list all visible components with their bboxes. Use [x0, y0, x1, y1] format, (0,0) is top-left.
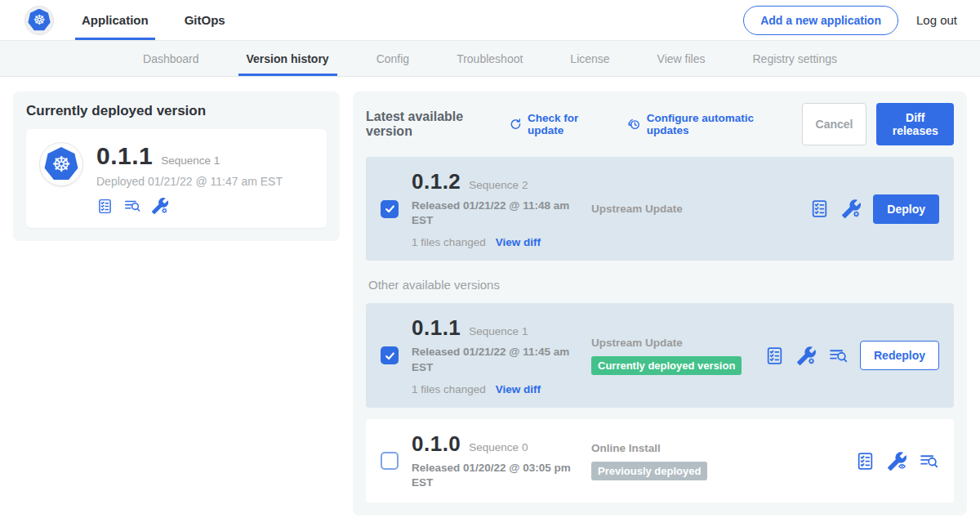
diff-releases-button[interactable]: Diff releases	[876, 103, 954, 145]
release-notes-search-icon[interactable]	[123, 197, 141, 215]
edit-config-wrench-gear-icon[interactable]	[841, 199, 862, 219]
currently-deployed-title: Currently deployed version	[26, 103, 327, 119]
version-checkbox[interactable]	[381, 452, 399, 470]
released-timestamp: Released 01/21/22 @ 11:45 am EST	[412, 345, 571, 374]
subnav-version-history[interactable]: Version history	[238, 41, 337, 76]
edit-config-wrench-gear-icon[interactable]	[796, 346, 817, 366]
files-changed-label: 1 files changed	[412, 383, 486, 395]
view-diff-link[interactable]: View diff	[496, 236, 541, 248]
cancel-button[interactable]: Cancel	[802, 103, 867, 145]
check-for-update-link[interactable]: Check for update	[509, 112, 606, 136]
sequence-label: Sequence 0	[469, 441, 528, 453]
view-diff-link[interactable]: View diff	[496, 383, 541, 395]
edit-config-wrench-gear-icon[interactable]	[151, 197, 169, 215]
version-checkbox[interactable]	[381, 346, 399, 364]
top-navigation: ☸ Application GitOps Add a new applicati…	[0, 0, 980, 41]
preflight-checklist-icon[interactable]	[809, 199, 830, 219]
released-timestamp: Released 01/21/22 @ 11:48 am EST	[412, 199, 571, 228]
preflight-checklist-icon[interactable]	[855, 451, 875, 471]
subnav-registry-settings[interactable]: Registry settings	[745, 41, 845, 76]
preflight-checklist-icon[interactable]	[96, 198, 114, 215]
deployed-sequence-label: Sequence 1	[161, 154, 220, 167]
tab-gitops[interactable]: GitOps	[178, 0, 232, 40]
check-for-update-label: Check for update	[528, 112, 606, 136]
app-logo: ☸	[24, 0, 54, 40]
deployed-version-card: ☸ 0.1.1 Sequence 1 Deployed 01/21/22 @ 1…	[26, 129, 327, 228]
version-history-panel: Latest available version Check for updat…	[353, 92, 967, 516]
version-number: 0.1.2	[412, 169, 461, 194]
kubernetes-app-icon: ☸	[39, 142, 83, 186]
version-number: 0.1.0	[412, 431, 461, 457]
view-config-wrench-eye-icon[interactable]	[887, 451, 907, 471]
currently-deployed-badge: Currently deployed version	[591, 356, 742, 375]
version-row-0-1-0: 0.1.0 Sequence 0 Released 01/20/22 @ 03:…	[366, 419, 954, 502]
tab-application-label: Application	[82, 13, 149, 27]
deployed-version-number: 0.1.1	[96, 142, 153, 170]
subnav-view-files[interactable]: View files	[649, 41, 714, 76]
currently-deployed-panel: Currently deployed version ☸ 0.1.1 Seque…	[13, 92, 340, 241]
subnav-config[interactable]: Config	[368, 41, 417, 76]
preflight-checklist-icon[interactable]	[764, 346, 785, 366]
version-checkbox[interactable]	[381, 200, 399, 218]
subnav-license[interactable]: License	[562, 41, 617, 76]
version-number: 0.1.1	[412, 315, 461, 341]
tab-gitops-label: GitOps	[185, 13, 225, 27]
redeploy-button[interactable]: Redeploy	[860, 341, 939, 370]
configure-automatic-updates-label: Configure automatic updates	[647, 112, 781, 136]
files-changed-label: 1 files changed	[412, 236, 486, 248]
subnav-dashboard[interactable]: Dashboard	[135, 41, 207, 76]
other-available-versions-title: Other available versions	[368, 278, 954, 292]
version-source-label: Online Install	[591, 442, 855, 454]
latest-available-title: Latest available version	[366, 109, 497, 139]
previously-deployed-badge: Previously deployed	[591, 462, 707, 480]
version-row-0-1-2: 0.1.2 Sequence 2 Released 01/21/22 @ 11:…	[366, 157, 954, 261]
version-source-label: Upstream Update	[591, 337, 764, 349]
clock-refresh-icon	[627, 117, 642, 132]
deploy-button[interactable]: Deploy	[873, 194, 939, 224]
subnav-troubleshoot[interactable]: Troubleshoot	[448, 41, 531, 76]
deployed-timestamp: Deployed 01/21/22 @ 11:47 am EST	[96, 175, 283, 188]
version-source-label: Upstream Update	[591, 203, 809, 215]
refresh-icon	[509, 118, 523, 132]
add-application-button[interactable]: Add a new application	[743, 6, 898, 35]
tab-application[interactable]: Application	[75, 0, 155, 40]
sequence-label: Sequence 1	[469, 325, 528, 337]
app-sub-navigation: Dashboard Version history Config Trouble…	[0, 41, 980, 77]
release-notes-search-icon[interactable]	[919, 451, 939, 471]
version-row-0-1-1: 0.1.1 Sequence 1 Released 01/21/22 @ 11:…	[366, 303, 954, 407]
configure-automatic-updates-link[interactable]: Configure automatic updates	[627, 112, 781, 136]
sequence-label: Sequence 2	[469, 179, 528, 191]
released-timestamp: Released 01/20/22 @ 03:05 pm EST	[412, 461, 571, 490]
logout-button[interactable]: Log out	[916, 13, 957, 27]
kubernetes-logo-icon: ☸	[24, 6, 54, 35]
release-notes-search-icon[interactable]	[828, 346, 849, 366]
